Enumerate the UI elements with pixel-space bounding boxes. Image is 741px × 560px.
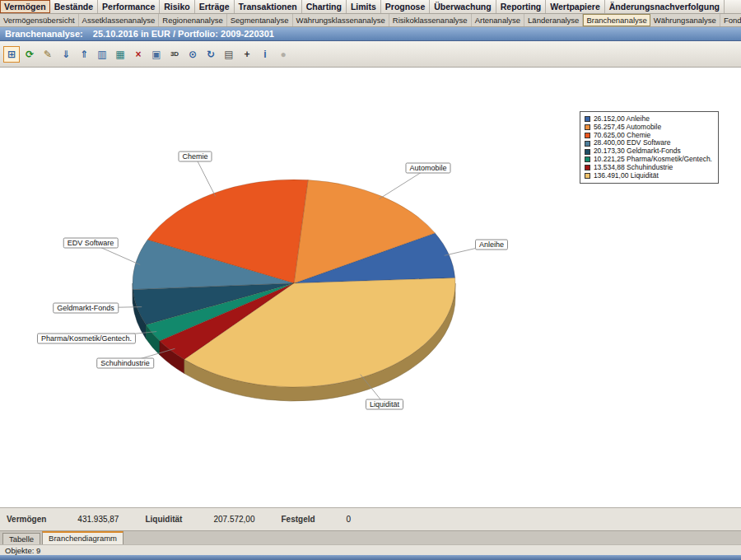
menu-item-best-nde[interactable]: Bestände xyxy=(50,0,98,13)
tab-fondsbreakdown[interactable]: Fondsbreakdown xyxy=(720,14,741,26)
status-text: Objekte: 9 xyxy=(5,546,40,555)
chart-label-chemie: Chemie xyxy=(178,152,212,162)
title-bar: Branchenanalyse: 25.10.2016 in EUR / Por… xyxy=(0,27,741,41)
tab-w-hrungsanalyse[interactable]: Währungsanalyse xyxy=(650,14,720,26)
chart-label-edv-software: EDV Software xyxy=(63,238,119,249)
page-subtitle: 25.10.2016 in EUR / Portfolio: 2009-2203… xyxy=(93,29,274,39)
toolbar: ⊞⟳✎⇓⇑▥▦×▣3D⊙↻▤+i● xyxy=(0,41,741,68)
status-bar: Objekte: 9 xyxy=(0,544,741,555)
print-icon[interactable]: ▤ xyxy=(221,46,237,63)
chart-label-automobile: Automobile xyxy=(405,163,450,174)
move-column-up-icon[interactable]: ⇑ xyxy=(76,46,92,63)
window-bottom-strip xyxy=(0,555,741,560)
menu-item-risiko[interactable]: Risiko xyxy=(160,0,195,13)
zoom-icon[interactable]: ⊙ xyxy=(184,46,201,63)
summary-value-festgeld: 0 xyxy=(347,515,352,524)
summary-value-liquidit-t: 207.572,00 xyxy=(213,515,254,524)
menu-item-verm-gen[interactable]: Vermögen xyxy=(0,0,50,13)
tab-risikoklassenanalyse[interactable]: Risikoklassenanalyse xyxy=(389,14,472,26)
menu-item-prognose[interactable]: Prognose xyxy=(381,0,430,13)
filter-edit-icon[interactable]: ✎ xyxy=(40,46,56,63)
summary-bar: Vermögen431.935,87Liquidität207.572,00Fe… xyxy=(0,507,741,530)
tab-assetklassenanalyse[interactable]: Assetklassenanalyse xyxy=(79,14,160,26)
chart-area: 26.152,00 Anleihe56.257,45 Automobile70.… xyxy=(0,68,741,507)
menu-item-limits[interactable]: Limits xyxy=(347,0,381,13)
chart-label-pharma-kosmetik-gentech: Pharma/Kosmetik/Gentech. xyxy=(37,334,136,344)
view-tab-bar: TabelleBranchendiagramm xyxy=(0,530,741,544)
menu-item-performance[interactable]: Performance xyxy=(98,0,160,13)
chart-grid-icon[interactable]: ▦ xyxy=(112,46,128,63)
tab-regionenanalyse[interactable]: Regionenanalyse xyxy=(159,14,226,26)
copy-view-icon[interactable]: ▣ xyxy=(148,46,165,63)
chart-callouts: AnleiheAutomobileChemieEDV SoftwareGeldm… xyxy=(0,68,741,507)
rotate-icon[interactable]: ↻ xyxy=(203,46,219,63)
chart-label-schuhindustrie: Schuhindustrie xyxy=(96,358,154,369)
info-icon[interactable]: i xyxy=(257,46,273,63)
chart-label-anleihe: Anleihe xyxy=(475,240,508,250)
three-d-toggle-icon[interactable]: 3D xyxy=(166,46,183,63)
menu-item-charting[interactable]: Charting xyxy=(302,0,347,13)
page-title: Branchenanalyse: xyxy=(5,29,83,39)
add-icon[interactable]: + xyxy=(239,46,255,63)
tab-l-nderanalyse[interactable]: Länderanalyse xyxy=(524,14,583,26)
move-column-down-icon[interactable]: ⇓ xyxy=(58,46,74,63)
analysis-tab-bar: VermögensübersichtAssetklassenanalyseReg… xyxy=(0,14,741,27)
tab-artenanalyse[interactable]: Artenanalyse xyxy=(472,14,524,26)
refresh-icon[interactable]: ⟳ xyxy=(21,46,38,63)
remove-chart-icon[interactable]: × xyxy=(130,46,147,63)
tab-segmentanalyse[interactable]: Segmentanalyse xyxy=(227,14,293,26)
menu-item-ertr-ge[interactable]: Erträge xyxy=(195,0,235,13)
app-window: VermögenBeständePerformanceRisikoErträge… xyxy=(0,0,741,560)
bar-chart-icon[interactable]: ▥ xyxy=(94,46,110,63)
menu-item-berwachung[interactable]: Überwachung xyxy=(430,0,496,13)
chart-label-geldmarkt-fonds: Geldmarkt-Fonds xyxy=(53,303,119,314)
summary-value-verm-gen: 431.935,87 xyxy=(77,515,119,524)
export-table-icon[interactable]: ⊞ xyxy=(3,46,20,63)
menu-bar: VermögenBeständePerformanceRisikoErträge… xyxy=(0,0,741,14)
menu-item-wertpapiere[interactable]: Wertpapiere xyxy=(546,0,605,13)
menu-item-nderungsnachverfolgung[interactable]: Änderungsnachverfolgung xyxy=(605,0,725,13)
menu-item-reporting[interactable]: Reporting xyxy=(496,0,547,13)
chart-label-liquidit-t: Liquidität xyxy=(366,399,403,410)
summary-label-liquidit-t: Liquidität xyxy=(145,515,182,524)
view-tab-branchendiagramm[interactable]: Branchendiagramm xyxy=(42,531,124,544)
tab-verm-gens-bersicht[interactable]: Vermögensübersicht xyxy=(0,14,79,26)
tab-w-hrungsklassenanalyse[interactable]: Währungsklassenanalyse xyxy=(293,14,389,26)
tab-branchenanalyse[interactable]: Branchenanalyse xyxy=(583,14,650,26)
more-options-icon: ● xyxy=(275,46,291,63)
summary-label-verm-gen: Vermögen xyxy=(7,515,46,524)
summary-label-festgeld: Festgeld xyxy=(281,515,315,524)
view-tab-tabelle[interactable]: Tabelle xyxy=(2,533,40,544)
menu-item-transaktionen[interactable]: Transaktionen xyxy=(235,0,302,13)
